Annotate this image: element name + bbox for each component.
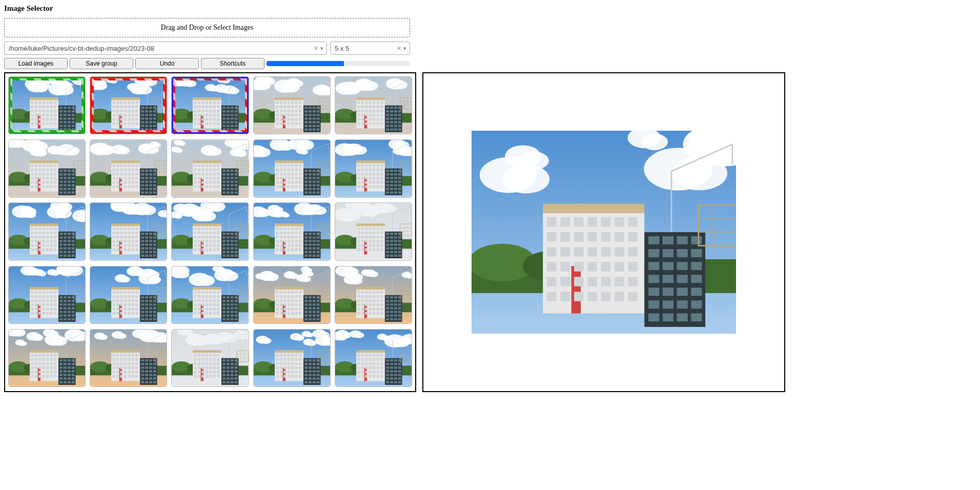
thumbnail[interactable] [335, 76, 412, 134]
thumbnail[interactable] [253, 76, 331, 134]
svg-rect-1033 [43, 244, 45, 247]
svg-rect-1244 [235, 233, 238, 235]
svg-rect-2233 [223, 370, 226, 372]
svg-rect-90 [64, 128, 67, 130]
svg-rect-822 [283, 173, 286, 175]
svg-rect-1011 [38, 232, 41, 234]
svg-rect-1544 [64, 303, 67, 305]
save-group-button[interactable]: Save group [70, 58, 133, 69]
thumbnail[interactable] [90, 202, 167, 260]
thumbnail[interactable] [90, 329, 167, 387]
chevron-down-icon[interactable]: ▾ [403, 45, 406, 52]
svg-rect-364 [309, 110, 312, 112]
svg-rect-2014 [46, 371, 49, 373]
svg-rect-468 [398, 114, 401, 116]
svg-rect-2395 [357, 366, 360, 369]
thumbnail[interactable] [171, 76, 249, 134]
svg-rect-363 [304, 110, 308, 112]
thumbnail[interactable] [253, 202, 331, 260]
svg-rect-2080 [112, 354, 115, 356]
svg-rect-1070 [64, 255, 67, 257]
svg-point-1286 [273, 212, 283, 218]
svg-rect-421 [357, 106, 360, 108]
shortcuts-button[interactable]: Shortcuts [201, 58, 264, 69]
svg-rect-1154 [153, 240, 156, 242]
thumbnail[interactable] [253, 139, 331, 197]
svg-rect-1143 [141, 233, 144, 235]
svg-point-1184 [200, 212, 216, 222]
svg-rect-767 [223, 184, 226, 186]
svg-rect-1491 [38, 304, 40, 318]
svg-rect-2443 [394, 381, 397, 383]
clear-icon[interactable]: ✕ [397, 45, 401, 52]
svg-rect-2125 [149, 359, 152, 361]
page-title: Image Selector [4, 4, 976, 13]
svg-rect-51 [35, 118, 37, 120]
svg-rect-1115 [116, 236, 119, 238]
thumbnail[interactable] [8, 329, 86, 387]
svg-rect-1790 [291, 291, 294, 293]
svg-rect-475 [394, 121, 397, 123]
svg-rect-226 [198, 106, 200, 108]
svg-rect-340 [287, 114, 290, 116]
grid-size-value: 5 x 5 [335, 45, 349, 52]
thumbnail[interactable] [90, 76, 167, 134]
svg-rect-1651 [149, 311, 152, 313]
svg-rect-1196 [193, 223, 221, 226]
svg-rect-2382 [361, 358, 364, 360]
svg-rect-840 [299, 181, 301, 184]
svg-point-2460 [641, 134, 668, 150]
svg-rect-1950 [398, 314, 401, 316]
thumbnail[interactable] [90, 266, 167, 324]
svg-rect-1199 [198, 228, 200, 230]
svg-rect-1698 [206, 295, 208, 297]
thumbnail[interactable] [171, 202, 249, 260]
thumbnail[interactable] [171, 266, 249, 324]
chevron-down-icon[interactable]: ▾ [320, 45, 323, 52]
svg-rect-2338 [316, 374, 319, 376]
svg-point-1774 [266, 273, 279, 281]
grid-size-select[interactable]: 5 x 5 ✕ ▾ [330, 42, 410, 55]
svg-point-2068 [138, 331, 150, 338]
svg-rect-2114 [135, 371, 138, 373]
thumbnail[interactable] [335, 266, 412, 324]
dropzone[interactable]: Drag and Drop or Select Images [4, 18, 410, 37]
svg-rect-266 [227, 110, 230, 112]
svg-rect-2188 [206, 358, 208, 360]
thumbnail[interactable] [335, 202, 412, 260]
svg-rect-2045 [59, 377, 63, 379]
svg-rect-1140 [132, 249, 134, 251]
svg-rect-808 [283, 165, 286, 167]
thumbnail[interactable] [8, 76, 86, 134]
svg-rect-807 [279, 165, 282, 167]
thumbnail[interactable] [8, 139, 86, 197]
svg-rect-525 [54, 169, 56, 171]
thumbnail[interactable] [171, 139, 249, 197]
clear-icon[interactable]: ✕ [314, 45, 318, 52]
thumbnail[interactable] [253, 329, 331, 387]
thumbnail[interactable] [335, 139, 412, 197]
thumbnail[interactable] [90, 139, 167, 197]
svg-rect-1268 [235, 255, 238, 257]
thumbnail[interactable] [8, 266, 86, 324]
svg-rect-2281 [295, 354, 297, 356]
svg-rect-1920 [361, 312, 364, 314]
thumbnail[interactable] [253, 266, 331, 324]
svg-rect-1898 [357, 299, 360, 301]
svg-rect-452 [369, 122, 371, 125]
load-images-button[interactable]: Load images [4, 58, 68, 69]
svg-rect-759 [223, 177, 226, 179]
thumbnail[interactable] [8, 202, 86, 260]
svg-rect-140 [135, 110, 138, 112]
svg-rect-1590 [112, 291, 115, 293]
thumbnail[interactable] [335, 329, 412, 387]
svg-rect-132 [132, 106, 134, 108]
svg-rect-224 [217, 101, 219, 104]
thumbnail[interactable] [171, 329, 249, 387]
undo-button[interactable]: Undo [135, 58, 199, 69]
svg-rect-1731 [223, 296, 226, 298]
svg-rect-1716 [194, 308, 197, 310]
path-select[interactable]: /home/luke/Pictures/cv-bt-dedup-images/2… [4, 42, 327, 55]
svg-rect-1724 [198, 312, 200, 314]
svg-rect-288 [235, 128, 238, 130]
